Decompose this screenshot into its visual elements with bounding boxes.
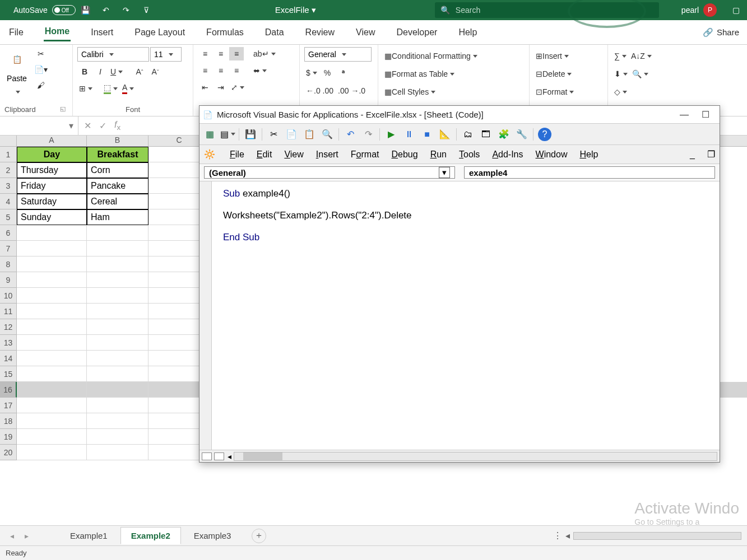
percent-button[interactable]: % [320, 66, 335, 80]
cell[interactable] [17, 429, 87, 445]
cell[interactable]: Cereal [87, 194, 149, 209]
cell[interactable] [17, 241, 87, 256]
vba-scroll-left[interactable]: ◂ [228, 452, 231, 461]
row-header[interactable]: 9 [0, 272, 17, 288]
select-all-corner[interactable] [0, 136, 17, 146]
vba-menu-view[interactable]: View [284, 150, 303, 160]
cell[interactable] [17, 319, 87, 335]
decrease-font-button[interactable]: Aˇ [148, 65, 163, 78]
vba-undo-button[interactable]: ↶ [344, 128, 357, 141]
cell[interactable] [17, 304, 87, 319]
vba-menu-tools[interactable]: Tools [459, 150, 480, 160]
merge-button[interactable]: ⬌ [252, 64, 268, 77]
sheet-tab-example3[interactable]: Example3 [183, 527, 242, 544]
cell[interactable] [17, 366, 87, 382]
increase-indent-button[interactable]: ⇥ [214, 81, 228, 94]
vba-stop-button[interactable]: ■ [420, 128, 434, 141]
format-as-table-button[interactable]: ▦ Format as Table [383, 67, 525, 81]
tab-page-layout[interactable]: Page Layout [133, 24, 186, 41]
cell[interactable]: Pancake [87, 178, 149, 194]
vba-procedure-view-button[interactable] [214, 452, 224, 460]
paste-dropdown[interactable] [10, 85, 24, 99]
row-header[interactable]: 16 [0, 382, 17, 398]
h-scrollbar[interactable] [573, 532, 741, 540]
number-format-select[interactable]: General [304, 47, 372, 62]
cell[interactable] [87, 225, 149, 241]
font-size-select[interactable]: 11 [150, 47, 182, 62]
fill-color-button[interactable]: ⬚ [102, 82, 119, 95]
vba-menu-format[interactable]: Format [351, 150, 379, 160]
comma-button[interactable]: ᵃ [336, 66, 350, 80]
sort-filter-button[interactable]: A↓Z [629, 49, 653, 63]
row-header[interactable]: 20 [0, 445, 17, 460]
vba-cut-button[interactable]: ✂ [267, 128, 280, 141]
cell[interactable] [87, 256, 149, 272]
cell[interactable] [17, 398, 87, 413]
tab-help[interactable]: Help [457, 24, 478, 41]
cell[interactable] [17, 272, 87, 288]
cell[interactable]: Saturday [17, 194, 87, 209]
vba-window[interactable]: 📄 Microsoft Visual Basic for Application… [199, 105, 720, 463]
vba-save-button[interactable]: 💾 [244, 128, 257, 141]
borders-button[interactable]: ⊞ [77, 82, 94, 95]
cell[interactable] [87, 398, 149, 413]
vba-run-button[interactable]: ▶ [384, 128, 398, 141]
cut-button[interactable]: ✂ [34, 47, 48, 60]
row-header[interactable]: 12 [0, 319, 17, 335]
cell[interactable] [17, 335, 87, 351]
row-header[interactable]: 1 [0, 147, 17, 162]
vba-inner-restore[interactable]: ❐ [707, 149, 715, 160]
sheet-nav-prev[interactable]: ▸ [20, 531, 33, 540]
row-header[interactable]: 17 [0, 398, 17, 413]
align-top-button[interactable]: ≡ [198, 47, 212, 60]
redo-button[interactable]: ↷ [120, 4, 132, 16]
filename-dropdown[interactable]: ExcelFile ▾ [156, 5, 435, 15]
col-header-b[interactable]: B [87, 136, 149, 146]
format-painter-button[interactable]: 🖌 [34, 78, 48, 92]
vba-object-select[interactable]: (General)▾ [204, 166, 455, 179]
row-header[interactable]: 11 [0, 304, 17, 319]
cell[interactable] [87, 445, 149, 460]
tab-developer[interactable]: Developer [395, 24, 438, 41]
tab-data[interactable]: Data [264, 24, 285, 41]
cancel-formula-icon[interactable]: ✕ [84, 120, 91, 131]
vba-find-button[interactable]: 🔍 [321, 128, 334, 141]
cell[interactable]: Thursday [17, 162, 87, 178]
cell[interactable]: Breakfast [87, 147, 149, 162]
cell[interactable] [87, 335, 149, 351]
decrease-decimal-button[interactable]: .00 →.0 [336, 84, 367, 97]
cell-styles-button[interactable]: ▦ Cell Styles [383, 85, 525, 99]
font-name-select[interactable]: Calibri [77, 47, 149, 62]
row-header[interactable]: 14 [0, 351, 17, 366]
vba-menu-addins[interactable]: Add-Ins [492, 150, 523, 160]
row-header[interactable]: 18 [0, 413, 17, 429]
cell[interactable] [87, 272, 149, 288]
align-right-button[interactable]: ≡ [229, 64, 244, 77]
qat-more[interactable]: ⊽ [141, 4, 152, 16]
clipboard-launcher[interactable]: ◱ [60, 105, 68, 115]
cell[interactable]: Corn [87, 162, 149, 178]
tab-view[interactable]: View [355, 24, 376, 41]
cell[interactable] [87, 241, 149, 256]
enter-formula-icon[interactable]: ✓ [99, 120, 106, 131]
vba-procedure-select[interactable]: example4 [464, 166, 715, 179]
cell[interactable] [17, 225, 87, 241]
cell[interactable] [87, 366, 149, 382]
align-middle-button[interactable]: ≡ [214, 47, 228, 60]
tab-formulas[interactable]: Formulas [205, 24, 245, 41]
vba-code-editor[interactable]: Sub example4() Worksheets("Example2").Ro… [214, 181, 720, 450]
underline-button[interactable]: U [109, 65, 124, 78]
row-header[interactable]: 3 [0, 178, 17, 194]
increase-decimal-button[interactable]: ←.0 .00 [304, 84, 335, 97]
cell[interactable] [87, 382, 149, 398]
cell[interactable] [17, 256, 87, 272]
delete-cells-button[interactable]: ⊟ Delete [534, 67, 603, 81]
format-cells-button[interactable]: ⊡ Format [534, 85, 603, 99]
row-header[interactable]: 15 [0, 366, 17, 382]
cell[interactable] [17, 382, 87, 398]
cell[interactable] [87, 304, 149, 319]
cell[interactable] [87, 351, 149, 366]
find-select-button[interactable]: 🔍 [630, 67, 650, 81]
vba-help-button[interactable]: ? [538, 128, 551, 141]
vba-project-explorer-button[interactable]: 🗂 [461, 128, 475, 141]
